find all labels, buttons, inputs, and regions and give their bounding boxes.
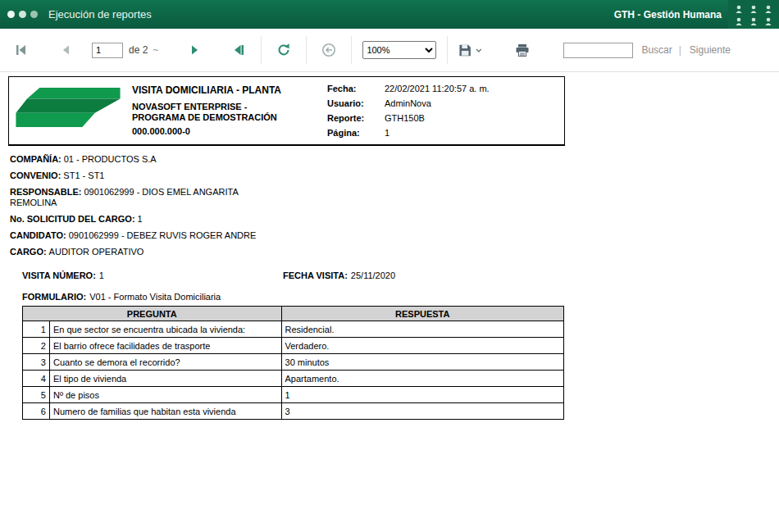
info-value: 0901062999 - DEBEZ RUVIS ROGER ANDRE <box>69 230 257 240</box>
fecha-visita: FECHA VISITA:25/11/2020 <box>283 267 395 282</box>
toolbar-separator <box>306 36 307 64</box>
fecha-visita-value: 25/11/2020 <box>351 271 395 280</box>
refresh-icon <box>276 43 291 57</box>
window-dot-icon <box>7 11 15 18</box>
refresh-button[interactable] <box>272 39 295 61</box>
respuesta-cell: Residencial. <box>281 321 563 338</box>
info-value: AUDITOR OPERATIVO <box>49 247 144 257</box>
gth-logo <box>728 0 779 29</box>
report-toolbar: de 2 ~ 100% <box>0 29 779 72</box>
table-row: 6 Numero de familias que habitan esta vi… <box>23 403 564 420</box>
previous-page-icon <box>60 44 71 56</box>
meta-label: Fecha: <box>327 84 385 93</box>
info-label: No. SOLICITUD DEL CARGO: <box>10 214 135 224</box>
titlebar: Ejecución de reportes GTH - Gestión Huma… <box>0 0 779 29</box>
meta-label: Página: <box>327 128 385 138</box>
respuesta-cell: 1 <box>281 387 563 403</box>
titlebar-right: GTH - Gestión Humana <box>614 0 779 29</box>
table-row: 4 El tipo de vivienda Apartamento. <box>23 371 564 387</box>
module-label: GTH - Gestión Humana <box>614 9 722 20</box>
info-line: No. SOLICITUD DEL CARGO:1 <box>10 214 282 225</box>
find-next-button[interactable]: Siguiente <box>690 44 731 56</box>
pregunta-cell: En que sector se encuentra ubicada la vi… <box>49 321 281 338</box>
visit-row: VISITA NÚMERO:1 FECHA VISITA:25/11/2020 <box>22 267 395 282</box>
report-meta: Fecha: 22/02/2021 11:20:57 a. m. Usuario… <box>327 84 490 143</box>
toolbar-separator <box>261 36 262 64</box>
export-save-button[interactable] <box>458 39 481 61</box>
back-arrow-icon <box>321 43 336 57</box>
back-button[interactable] <box>317 39 340 61</box>
link-separator: | <box>679 44 681 56</box>
meta-value: GTH150B <box>385 113 425 123</box>
meta-value: 22/02/2021 11:20:57 a. m. <box>385 84 490 93</box>
row-number: 6 <box>23 403 50 420</box>
info-label: COMPAÑÍA: <box>10 154 61 164</box>
pregunta-cell: El barrio ofrece facilidades de trasport… <box>49 338 281 354</box>
table-row: 5 Nº de pisos 1 <box>23 387 564 403</box>
table-row: 3 Cuanto se demora el recorrido? 30 minu… <box>23 354 564 371</box>
print-button[interactable] <box>511 39 534 61</box>
meta-row: Usuario: AdminNova <box>327 98 490 108</box>
row-number: 3 <box>23 354 50 371</box>
column-header-pregunta: PREGUNTA <box>23 307 282 321</box>
info-line: COMPAÑÍA:01 - PRODUCTOS S.A <box>10 154 282 165</box>
page-of-suffix: ~ <box>153 44 158 56</box>
table-header-row: PREGUNTA RESPUESTA <box>23 307 564 321</box>
meta-value: 1 <box>385 128 390 138</box>
toolbar-separator <box>351 36 352 64</box>
zoom-select[interactable]: 100% <box>362 41 436 59</box>
window-dot-icon <box>19 11 26 18</box>
info-label: RESPONSABLE: <box>10 187 81 197</box>
info-value: 1 <box>138 214 143 224</box>
first-page-button[interactable] <box>10 39 33 61</box>
visita-numero: VISITA NÚMERO:1 <box>22 267 283 282</box>
info-line: CARGO:AUDITOR OPERATIVO <box>10 247 282 257</box>
meta-row: Página: 1 <box>327 128 490 138</box>
company-line-1: NOVASOFT ENTERPRISE - <box>132 102 329 111</box>
visit-section: VISITA NÚMERO:1 FECHA VISITA:25/11/2020 … <box>22 267 395 303</box>
pregunta-cell: Numero de familias que habitan esta vivi… <box>49 403 281 420</box>
report-info-section: COMPAÑÍA:01 - PRODUCTOS S.A CONVENIO:ST1… <box>10 154 282 263</box>
company-nit: 000.000.000-0 <box>132 126 329 136</box>
visita-numero-label: VISITA NÚMERO: <box>22 271 96 280</box>
page-title: Ejecución de reportes <box>48 8 152 20</box>
table-row: 1 En que sector se encuentra ubicada la … <box>23 321 564 338</box>
table-row: 2 El barrio ofrece facilidades de traspo… <box>23 338 564 354</box>
last-page-button[interactable] <box>227 39 250 61</box>
fecha-visita-label: FECHA VISITA: <box>283 271 348 280</box>
info-label: CARGO: <box>10 247 47 257</box>
row-number: 1 <box>23 321 50 338</box>
meta-value: AdminNova <box>385 98 431 108</box>
respuesta-cell: 3 <box>281 403 563 420</box>
last-page-icon <box>232 44 245 56</box>
report-page: VISITA DOMICILIARIA - PLANTA NOVASOFT EN… <box>0 72 779 532</box>
page-of-label: de 2 <box>129 44 148 56</box>
toolbar-separator <box>447 36 448 64</box>
row-number: 5 <box>23 387 50 403</box>
pregunta-cell: Cuanto se demora el recorrido? <box>49 354 281 371</box>
next-page-icon <box>189 44 200 56</box>
formulario-row: FORMULARIO:V01 - Formato Visita Domicili… <box>22 289 395 303</box>
search-input[interactable] <box>563 43 633 58</box>
info-value: ST1 - ST1 <box>63 171 104 180</box>
save-icon <box>458 43 472 57</box>
next-page-button[interactable] <box>183 39 206 61</box>
meta-label: Reporte: <box>327 113 385 123</box>
window-dot-icon <box>30 11 38 18</box>
respuesta-cell: Apartamento. <box>281 371 563 387</box>
find-button[interactable]: Buscar <box>641 44 672 56</box>
meta-row: Reporte: GTH150B <box>327 113 490 123</box>
respuesta-cell: Verdadero. <box>281 338 563 354</box>
previous-page-button[interactable] <box>54 39 77 61</box>
pregunta-cell: Nº de pisos <box>49 387 281 403</box>
meta-row: Fecha: 22/02/2021 11:20:57 a. m. <box>327 84 490 93</box>
questions-table: PREGUNTA RESPUESTA 1 En que sector se en… <box>22 306 564 420</box>
printer-icon <box>515 43 530 57</box>
report-title: VISITA DOMICILIARIA - PLANTA <box>132 84 329 96</box>
column-header-respuesta: RESPUESTA <box>281 307 563 321</box>
info-label: CANDIDATO: <box>10 230 66 240</box>
info-value: 01 - PRODUCTOS S.A <box>64 154 157 164</box>
company-line-2: PROGRAMA DE DEMOSTRACIÓN <box>132 112 329 122</box>
page-number-input[interactable] <box>92 43 123 58</box>
info-label: CONVENIO: <box>10 171 61 180</box>
